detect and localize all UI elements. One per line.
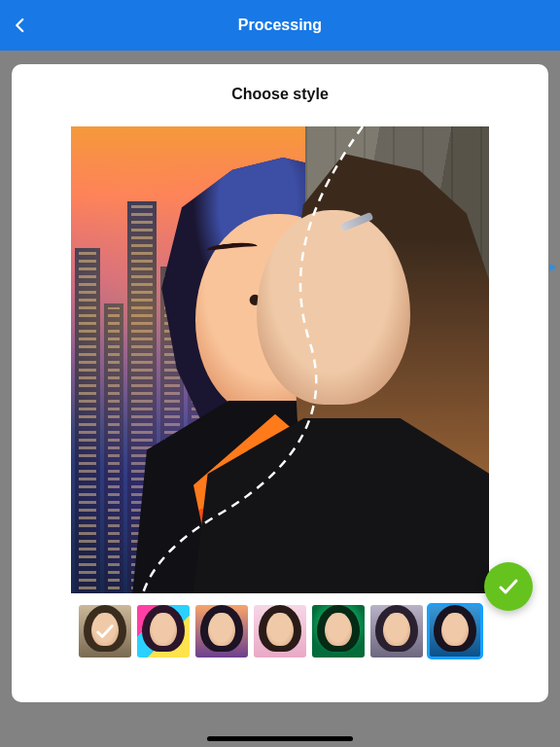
style-thumb-5[interactable] — [312, 605, 365, 658]
style-thumb-3[interactable] — [195, 605, 248, 658]
back-button[interactable] — [12, 0, 29, 51]
style-thumb-2[interactable] — [137, 605, 190, 658]
confirm-button[interactable] — [484, 562, 533, 611]
style-thumb-6[interactable] — [370, 605, 423, 658]
applied-check-icon — [79, 605, 131, 658]
style-sheet: Choose style — [12, 64, 548, 702]
sheet-title: Choose style — [231, 86, 329, 103]
check-icon — [497, 575, 520, 598]
style-thumbnails — [79, 605, 481, 658]
page-title: Processing — [238, 17, 322, 34]
adchoices-icon[interactable] — [548, 263, 558, 272]
style-thumb-7[interactable] — [429, 605, 481, 658]
preview-original-side — [305, 126, 489, 593]
style-preview[interactable] — [71, 126, 489, 593]
style-thumb-1[interactable] — [79, 605, 131, 658]
style-thumb-4[interactable] — [254, 605, 306, 658]
navbar: Processing — [0, 0, 560, 51]
home-indicator — [207, 736, 353, 741]
